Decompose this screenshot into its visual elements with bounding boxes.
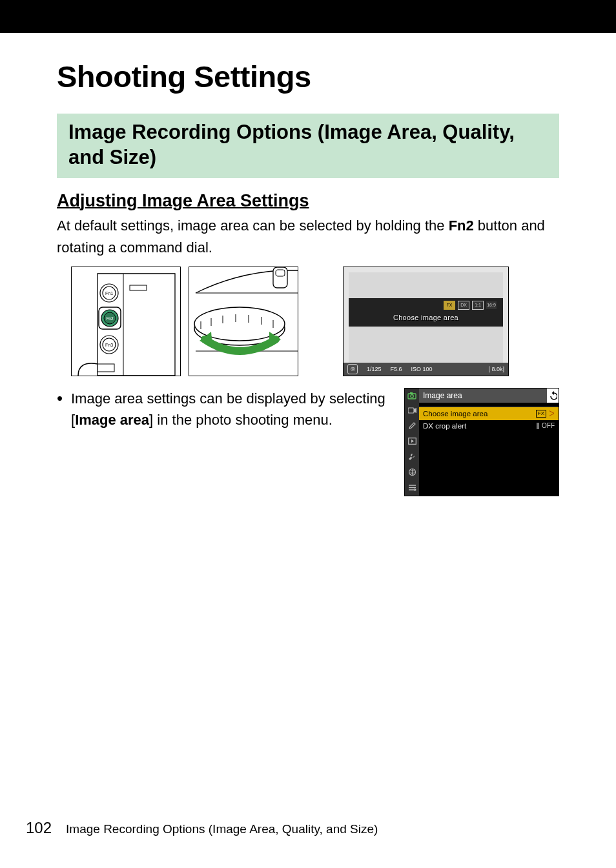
menu-item-label: DX crop alert <box>423 422 466 430</box>
lcd-crop-16-9: 16:9 <box>486 301 497 309</box>
section-title: Image Recording Options (Image Area, Qua… <box>68 120 548 170</box>
diagram-camera-side: Fn1 Fn2 Fn3 <box>71 267 181 376</box>
lcd-crop-strip: FX DX 1:1 16:9 <box>349 298 503 312</box>
svg-point-25 <box>411 394 414 398</box>
menu-back-icon[interactable] <box>547 389 559 403</box>
svg-rect-24 <box>410 392 413 394</box>
bullet-row: • Image area settings can be displayed b… <box>57 388 559 496</box>
lcd-crop-fx: FX <box>444 301 455 310</box>
fn3-label: Fn3 <box>105 343 113 347</box>
menu-tab-mymenu-icon[interactable] <box>405 480 419 496</box>
lcd-bottom-bar: ◎ 1/125 F5.6 ISO 100 [ 8.0k] <box>344 363 508 376</box>
intro-pre: At default settings, image area can be s… <box>57 217 449 234</box>
menu-item-value-badge: FX <box>536 410 546 418</box>
svg-rect-11 <box>276 270 285 276</box>
menu-item-value: OFF <box>542 422 555 429</box>
page-footer: 102 Image Recording Options (Image Area,… <box>26 819 378 837</box>
menu-item-dx-crop-alert[interactable]: DX crop alert OFF <box>419 420 559 432</box>
lcd-prompt: Choose image area <box>349 312 503 327</box>
menu-item-label: Choose image area <box>423 410 488 418</box>
svg-marker-26 <box>552 391 555 395</box>
page-header-bar <box>0 0 616 33</box>
section-box: Image Recording Options (Image Area, Qua… <box>57 114 559 178</box>
subsection-title: Adjusting Image Area Settings <box>57 191 559 211</box>
fn2-label: Fn2 <box>106 316 114 321</box>
menu-tab-video-icon[interactable] <box>405 403 419 418</box>
diagram-command-dial <box>189 267 298 376</box>
menu-tab-camera-icon <box>405 389 419 403</box>
lcd-mode-icon: ◎ <box>347 364 358 374</box>
lcd-remaining: [ 8.0k] <box>488 366 504 372</box>
lcd-crop-dx: DX <box>458 301 469 310</box>
menu-tab-network-icon[interactable] <box>405 465 419 480</box>
svg-marker-30 <box>411 439 414 443</box>
footer-title: Image Recording Options (Image Area, Qua… <box>66 822 378 836</box>
svg-rect-8 <box>130 285 147 290</box>
intro-fn2: Fn2 <box>449 217 474 234</box>
bullet-post: ] in the photo shooting menu. <box>149 412 333 428</box>
menu-tab-pencil-icon[interactable] <box>405 418 419 434</box>
bullet-text: • Image area settings can be displayed b… <box>57 388 393 430</box>
page-title: Shooting Settings <box>57 59 559 94</box>
menu-screenshot: Image area <box>404 388 559 496</box>
page-number: 102 <box>26 819 52 837</box>
page-tab <box>0 0 44 33</box>
lcd-shutter: 1/125 <box>367 366 382 372</box>
intro-text: At default settings, image area can be s… <box>57 215 559 259</box>
lcd-iso: ISO 100 <box>411 366 433 372</box>
menu-item-caret-icon: ᐳ <box>549 409 555 418</box>
menu-tab-column <box>405 403 419 496</box>
fn1-label: Fn1 <box>105 291 113 296</box>
lcd-crop-1-1: 1:1 <box>472 301 484 310</box>
bullet-icon: • <box>57 388 66 430</box>
diagram-lcd-choose-area: FX DX 1:1 16:9 Choose image area ◎ 1/125… <box>343 267 509 376</box>
svg-rect-7 <box>98 364 114 372</box>
lcd-aperture: F5.6 <box>391 366 402 372</box>
menu-tab-wrench-icon[interactable] <box>405 449 419 465</box>
page-content: Shooting Settings Image Recording Option… <box>0 33 616 496</box>
bullet-bold: Image area <box>75 412 149 428</box>
svg-rect-27 <box>408 408 414 413</box>
menu-item-choose-image-area[interactable]: Choose image area FX ᐳ <box>419 407 559 420</box>
diagram-row: Fn1 Fn2 Fn3 <box>71 267 559 376</box>
menu-title: Image area <box>419 389 547 403</box>
menu-tab-playback-icon[interactable] <box>405 434 419 449</box>
